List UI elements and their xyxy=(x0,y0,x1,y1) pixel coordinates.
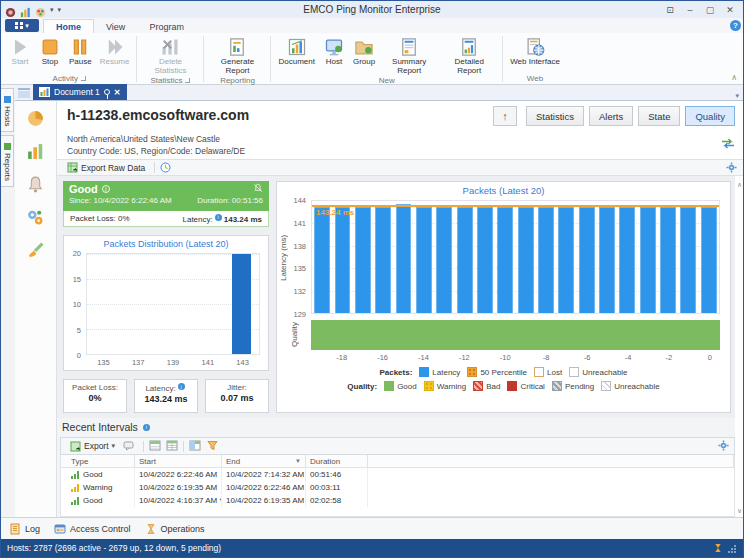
table-row[interactable]: Good10/4/2022 4:16:37 AM *10/4/2022 6:19… xyxy=(61,494,734,507)
distribution-bar[interactable] xyxy=(232,254,251,354)
alerts-bell-icon[interactable] xyxy=(26,175,45,194)
resume-button[interactable]: Resume xyxy=(96,35,134,72)
stop-button[interactable]: Stop xyxy=(35,35,65,72)
view-button-quality[interactable]: Quality xyxy=(685,106,735,126)
hosts-view-icon[interactable] xyxy=(18,88,30,98)
view-button-alerts[interactable]: Alerts xyxy=(589,106,633,126)
latency-bar[interactable] xyxy=(640,207,656,313)
activity-dialog-launcher-icon[interactable] xyxy=(81,76,86,81)
column-header-duration[interactable]: Duration xyxy=(306,455,368,467)
sidebar-tab-reports[interactable]: Reports xyxy=(1,135,14,187)
latency-bar[interactable] xyxy=(538,207,554,313)
legend-label: Pending xyxy=(565,382,594,391)
latency-bar[interactable] xyxy=(436,207,452,313)
delete-statistics-button[interactable]: Delete Statistics xyxy=(140,35,200,76)
services-icon[interactable] xyxy=(26,208,45,227)
recent-intervals-info-icon[interactable]: i xyxy=(143,424,150,431)
latency-bar[interactable] xyxy=(701,207,717,313)
time-range-icon[interactable] xyxy=(160,159,171,177)
web-interface-button[interactable]: Web Interface xyxy=(506,35,564,72)
maximize-button[interactable]: ▢ xyxy=(701,3,719,16)
tab-view[interactable]: View xyxy=(94,20,137,33)
mute-alerts-icon[interactable] xyxy=(253,183,263,195)
close-button[interactable]: ✕ xyxy=(721,3,739,16)
tab-program[interactable]: Program xyxy=(137,20,196,33)
statistics-dialog-launcher-icon[interactable] xyxy=(185,78,190,83)
latency-bar[interactable] xyxy=(416,207,432,313)
latency-bar[interactable] xyxy=(457,207,473,313)
latency-bar[interactable] xyxy=(375,207,391,313)
generate-report-button[interactable]: Generate Report xyxy=(207,35,267,76)
view-button-state[interactable]: State xyxy=(638,106,680,126)
bar-slot xyxy=(121,254,155,354)
start-button[interactable]: Start xyxy=(5,35,35,72)
summary-report-button[interactable]: Summary Report xyxy=(379,35,439,76)
view-button-statistics[interactable]: Statistics xyxy=(526,106,584,126)
tab-list-caret-icon[interactable]: ▾ xyxy=(735,92,739,100)
table-row[interactable]: Warning10/4/2022 6:19:35 AM10/4/2022 6:2… xyxy=(61,481,734,494)
latency-bar[interactable] xyxy=(335,207,351,313)
scroll-up-icon[interactable]: ∧ xyxy=(737,181,742,189)
new-host-button[interactable]: Host xyxy=(319,35,349,76)
pending-swatch xyxy=(552,381,562,391)
document-tab[interactable]: Document 1 ✕ xyxy=(33,84,127,100)
table-row[interactable]: Good10/4/2022 6:22:46 AM10/4/2022 7:14:3… xyxy=(61,468,734,481)
statistics-bars-icon[interactable] xyxy=(26,142,45,161)
host-header: h-11238.emcosoftware.com ↑ Statistics Al… xyxy=(57,101,743,159)
intervals-settings-gear-icon[interactable] xyxy=(718,437,729,455)
latency-bar[interactable] xyxy=(477,207,493,313)
customize-brush-icon[interactable] xyxy=(26,241,45,260)
column-chooser-icon[interactable] xyxy=(189,437,201,455)
filter-icon[interactable] xyxy=(207,437,218,455)
status-info-icon[interactable]: i xyxy=(102,185,110,193)
legend-label: 50 Percentile xyxy=(480,368,527,377)
up-arrow-button[interactable]: ↑ xyxy=(493,106,517,126)
tab-home[interactable]: Home xyxy=(43,19,94,33)
detailed-report-button[interactable]: Detailed Report xyxy=(439,35,499,76)
band-view-icon[interactable] xyxy=(149,437,161,455)
help-icon[interactable]: ? xyxy=(730,20,741,31)
latency-bar[interactable] xyxy=(599,207,615,313)
latency-info-icon[interactable]: i xyxy=(215,214,222,221)
bottom-tab-log[interactable]: Log xyxy=(9,523,40,535)
sidebar-tab-hosts[interactable]: Hosts xyxy=(1,88,14,132)
grid-view-icon[interactable] xyxy=(166,437,178,455)
intervals-export-button[interactable]: Export▾ xyxy=(66,440,119,453)
bar-slot xyxy=(87,254,121,354)
latency-bar[interactable] xyxy=(396,204,412,313)
new-document-button[interactable]: Document xyxy=(274,35,318,76)
new-group-button[interactable]: Group xyxy=(349,35,379,76)
latency-bar[interactable] xyxy=(355,207,371,313)
new-host-icon xyxy=(324,37,344,57)
overview-pie-icon[interactable] xyxy=(26,109,45,128)
delete-statistics-icon xyxy=(160,37,180,57)
refresh-icon[interactable] xyxy=(721,135,735,153)
latency-bar[interactable] xyxy=(497,207,513,313)
column-header-end[interactable]: End▼ xyxy=(222,455,306,467)
column-header-start[interactable]: Start xyxy=(135,455,222,467)
collapse-ribbon-icon[interactable]: ∧ xyxy=(731,73,737,82)
bottom-tab-operations[interactable]: Operations xyxy=(145,523,205,535)
latency-bar[interactable] xyxy=(660,207,676,313)
minimize-button[interactable]: – xyxy=(681,3,699,16)
metric-info-icon[interactable]: i xyxy=(178,383,185,390)
latency-bar[interactable] xyxy=(579,207,595,313)
bottom-tab-access-control[interactable]: Access Control xyxy=(54,523,131,535)
app-menu-button[interactable]: ▾ xyxy=(5,19,39,32)
scroll-down-icon[interactable]: ∨ xyxy=(737,507,742,515)
close-tab-icon[interactable]: ✕ xyxy=(114,88,121,97)
comment-icon[interactable] xyxy=(119,440,138,452)
column-header-type[interactable]: Type xyxy=(61,455,135,467)
quality-settings-gear-icon[interactable] xyxy=(726,159,737,177)
pin-tab-icon[interactable] xyxy=(104,89,110,95)
latency-bar[interactable] xyxy=(518,207,534,313)
resize-grip[interactable] xyxy=(728,544,737,553)
latency-bar[interactable] xyxy=(314,207,330,313)
export-raw-data-button[interactable]: Export Raw Data xyxy=(63,161,149,174)
latency-bar[interactable] xyxy=(558,207,574,313)
pause-button[interactable]: Pause xyxy=(65,35,96,72)
latency-bar[interactable] xyxy=(619,207,635,313)
latency-bar[interactable] xyxy=(680,207,696,313)
ribbon-options-icon[interactable]: ⊡ xyxy=(661,3,679,16)
metric-label: Packet Loss: xyxy=(64,383,126,392)
